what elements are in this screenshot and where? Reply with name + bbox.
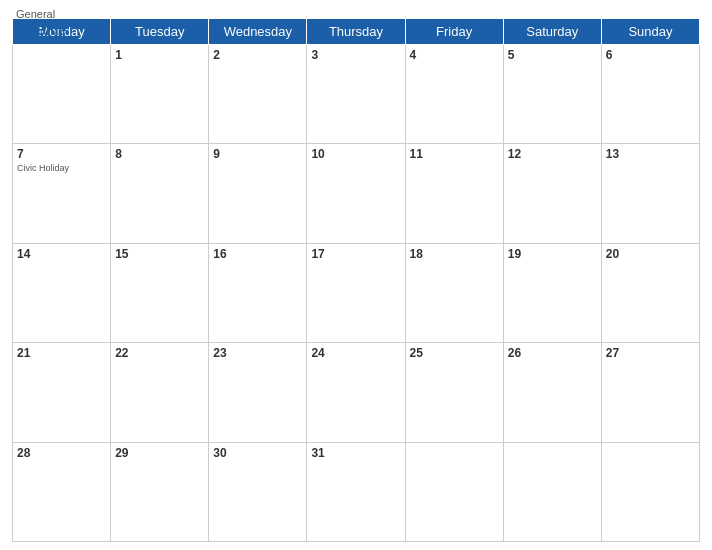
calendar-cell — [13, 45, 111, 144]
day-number: 4 — [410, 48, 499, 62]
day-number: 3 — [311, 48, 400, 62]
weekday-wednesday: Wednesday — [209, 19, 307, 45]
day-number: 18 — [410, 247, 499, 261]
calendar-cell: 10 — [307, 144, 405, 243]
calendar-cell: 18 — [405, 243, 503, 342]
day-number: 12 — [508, 147, 597, 161]
calendar-cell: 7Civic Holiday — [13, 144, 111, 243]
calendar-week-2: 7Civic Holiday8910111213 — [13, 144, 700, 243]
day-number: 8 — [115, 147, 204, 161]
calendar-cell — [503, 442, 601, 541]
day-number: 17 — [311, 247, 400, 261]
day-number: 26 — [508, 346, 597, 360]
calendar-cell: 31 — [307, 442, 405, 541]
day-number: 11 — [410, 147, 499, 161]
logo: General Blue — [16, 8, 66, 39]
day-number: 6 — [606, 48, 695, 62]
calendar-cell: 6 — [601, 45, 699, 144]
day-number: 22 — [115, 346, 204, 360]
calendar-cell: 1 — [111, 45, 209, 144]
calendar-cell: 9 — [209, 144, 307, 243]
day-number: 5 — [508, 48, 597, 62]
logo-general: General — [16, 8, 55, 21]
holiday-label: Civic Holiday — [17, 163, 106, 173]
calendar-cell: 25 — [405, 343, 503, 442]
calendar-cell: 21 — [13, 343, 111, 442]
day-number: 16 — [213, 247, 302, 261]
day-number: 7 — [17, 147, 106, 161]
calendar-cell: 23 — [209, 343, 307, 442]
day-number: 10 — [311, 147, 400, 161]
calendar-cell: 5 — [503, 45, 601, 144]
day-number: 1 — [115, 48, 204, 62]
logo-bird-icon — [16, 21, 34, 39]
weekday-header-row: MondayTuesdayWednesdayThursdayFridaySatu… — [13, 19, 700, 45]
calendar-cell: 17 — [307, 243, 405, 342]
calendar-header: General Blue — [0, 0, 712, 14]
calendar-cell: 11 — [405, 144, 503, 243]
day-number: 29 — [115, 446, 204, 460]
calendar-cell: 15 — [111, 243, 209, 342]
calendar-cell — [405, 442, 503, 541]
day-number: 30 — [213, 446, 302, 460]
calendar-cell: 29 — [111, 442, 209, 541]
calendar-cell: 22 — [111, 343, 209, 442]
calendar-cell: 20 — [601, 243, 699, 342]
weekday-sunday: Sunday — [601, 19, 699, 45]
calendar-cell: 14 — [13, 243, 111, 342]
day-number: 13 — [606, 147, 695, 161]
weekday-thursday: Thursday — [307, 19, 405, 45]
calendar-cell: 2 — [209, 45, 307, 144]
calendar-cell: 19 — [503, 243, 601, 342]
weekday-friday: Friday — [405, 19, 503, 45]
calendar-cell: 28 — [13, 442, 111, 541]
calendar-week-3: 14151617181920 — [13, 243, 700, 342]
calendar-cell: 13 — [601, 144, 699, 243]
calendar-container: MondayTuesdayWednesdayThursdayFridaySatu… — [0, 14, 712, 550]
day-number: 2 — [213, 48, 302, 62]
day-number: 24 — [311, 346, 400, 360]
calendar-cell: 16 — [209, 243, 307, 342]
calendar-cell: 24 — [307, 343, 405, 442]
day-number: 9 — [213, 147, 302, 161]
day-number: 25 — [410, 346, 499, 360]
day-number: 23 — [213, 346, 302, 360]
weekday-tuesday: Tuesday — [111, 19, 209, 45]
calendar-week-1: 123456 — [13, 45, 700, 144]
day-number: 14 — [17, 247, 106, 261]
calendar-cell: 12 — [503, 144, 601, 243]
calendar-cell: 8 — [111, 144, 209, 243]
day-number: 31 — [311, 446, 400, 460]
calendar-table: MondayTuesdayWednesdayThursdayFridaySatu… — [12, 18, 700, 542]
weekday-saturday: Saturday — [503, 19, 601, 45]
day-number: 27 — [606, 346, 695, 360]
calendar-cell: 30 — [209, 442, 307, 541]
day-number: 15 — [115, 247, 204, 261]
day-number: 19 — [508, 247, 597, 261]
calendar-week-5: 28293031 — [13, 442, 700, 541]
calendar-cell: 26 — [503, 343, 601, 442]
calendar-cell: 4 — [405, 45, 503, 144]
calendar-week-4: 21222324252627 — [13, 343, 700, 442]
day-number: 28 — [17, 446, 106, 460]
day-number: 20 — [606, 247, 695, 261]
day-number: 21 — [17, 346, 106, 360]
calendar-cell: 27 — [601, 343, 699, 442]
calendar-cell: 3 — [307, 45, 405, 144]
logo-blue: Blue — [16, 21, 66, 39]
calendar-cell — [601, 442, 699, 541]
